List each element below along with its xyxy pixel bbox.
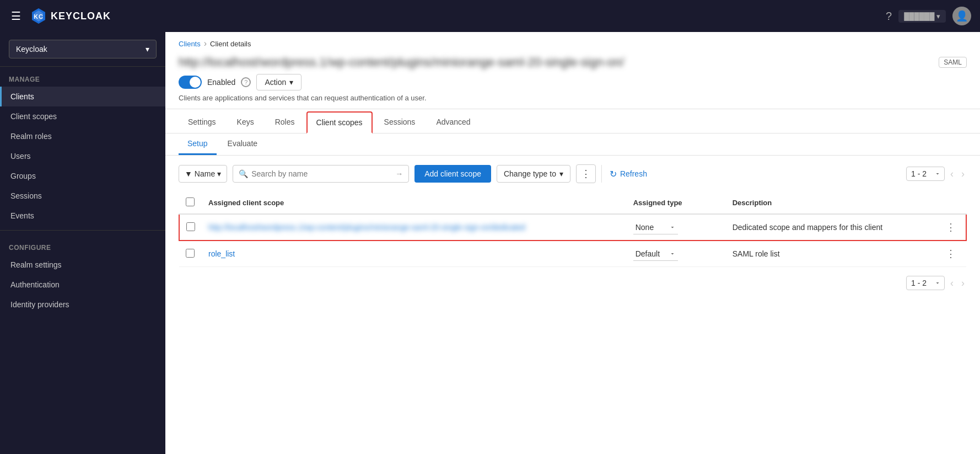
tab-client-scopes[interactable]: Client scopes (306, 111, 373, 133)
client-scopes-table: Assigned client scope Assigned type Desc… (179, 192, 967, 267)
page-header: http://localhost/wordpress.1/wp-content/… (165, 53, 980, 109)
change-type-button[interactable]: Change type to ▾ (497, 165, 570, 183)
sidebar-item-identity-providers[interactable]: Identity providers (0, 295, 165, 314)
main-layout: Keycloak ▾ Manage Clients Client scopes … (0, 32, 980, 454)
bottom-pagination-select[interactable]: 1 - 21 - 101 - 20 (906, 276, 945, 290)
header-actions-col (936, 192, 966, 214)
row2-checkbox[interactable] (186, 249, 195, 258)
row2-description: SAML role list (733, 249, 780, 258)
search-input[interactable] (251, 165, 392, 182)
sidebar-item-sessions[interactable]: Sessions (0, 186, 165, 206)
pagination-prev-button[interactable]: ‹ (948, 167, 956, 181)
sidebar-item-realm-roles[interactable]: Realm roles (0, 126, 165, 146)
tab-keys[interactable]: Keys (228, 111, 263, 133)
svg-text:KC: KC (34, 13, 44, 20)
sidebar-item-realm-settings[interactable]: Realm settings (0, 255, 165, 275)
subtab-evaluate[interactable]: Evaluate (219, 133, 266, 155)
subtab-setup[interactable]: Setup (179, 133, 217, 155)
subtabs-row: Setup Evaluate (165, 133, 980, 156)
sidebar-divider (0, 230, 165, 231)
logo: KC KEYCLOAK (30, 7, 111, 25)
row1-description-cell: Dedicated scope and mappers for this cli… (726, 214, 936, 241)
add-client-scope-button[interactable]: Add client scope (414, 165, 491, 183)
realm-selector: Keycloak ▾ (0, 32, 165, 67)
row1-kebab-button[interactable]: ⋮ (943, 220, 959, 234)
toolbar-divider (601, 165, 602, 183)
content-area: Clients › Client details http://localhos… (165, 32, 980, 454)
filter-label: Name (195, 169, 215, 178)
tab-settings[interactable]: Settings (179, 111, 225, 133)
row2-kebab-button[interactable]: ⋮ (943, 247, 959, 261)
tabs-row: Settings Keys Roles Client scopes Sessio… (165, 111, 980, 133)
sidebar-item-authentication[interactable]: Authentication (0, 275, 165, 295)
toggle-knob (190, 77, 201, 88)
row1-checkbox[interactable] (186, 222, 195, 231)
refresh-button[interactable]: ↻ Refresh (607, 165, 649, 183)
breadcrumb-separator: › (204, 39, 207, 49)
bottom-pagination-prev-button[interactable]: ‹ (948, 276, 956, 290)
sidebar-item-events[interactable]: Events (0, 206, 165, 226)
row1-actions-cell: ⋮ (936, 214, 966, 241)
sidebar-item-client-scopes[interactable]: Client scopes (0, 106, 165, 126)
refresh-label: Refresh (620, 169, 647, 178)
enabled-row: Enabled ? Action ▾ (179, 74, 967, 90)
header-checkbox-col (179, 192, 202, 214)
refresh-icon: ↻ (610, 169, 617, 179)
row2-type-dropdown[interactable]: Default None Optional (633, 247, 678, 261)
row2-scope-name[interactable]: role_list (208, 249, 235, 258)
manage-section-label: Manage (0, 67, 165, 87)
pagination-select[interactable]: 1 - 21 - 101 - 20 (906, 167, 945, 181)
row2-type-cell: Default None Optional (627, 241, 726, 267)
search-arrow-icon[interactable]: → (395, 169, 403, 178)
bottom-pagination: 1 - 21 - 101 - 20 ‹ › (165, 267, 980, 299)
pagination-next-button[interactable]: › (959, 167, 967, 181)
row2-name-cell: role_list (202, 241, 627, 267)
filter-name-button[interactable]: ▼ Name ▾ (179, 165, 227, 183)
row2-actions-cell: ⋮ (936, 241, 966, 267)
row1-name-cell: http://localhost/wordpress.1/wp-content/… (202, 214, 627, 241)
table-container: Assigned client scope Assigned type Desc… (165, 192, 980, 267)
filter-icon: ▼ (185, 169, 192, 178)
chevron-down-icon: ▾ (146, 45, 149, 54)
select-all-checkbox[interactable] (186, 197, 195, 206)
row1-checkbox-cell (179, 214, 202, 241)
enabled-toggle[interactable] (179, 76, 202, 89)
search-icon: 🔍 (239, 169, 248, 178)
enabled-help-icon[interactable]: ? (241, 77, 251, 87)
breadcrumb: Clients › Client details (165, 32, 980, 53)
pagination-control: 1 - 21 - 101 - 20 ‹ › (906, 167, 967, 181)
change-type-dropdown-icon: ▾ (559, 169, 563, 178)
bottom-pagination-next-button[interactable]: › (959, 276, 967, 290)
tab-sessions[interactable]: Sessions (375, 111, 425, 133)
sidebar-item-users[interactable]: Users (0, 146, 165, 166)
help-icon[interactable]: ? (886, 10, 892, 23)
row1-scope-name[interactable]: http://localhost/wordpress.1/wp-content/… (208, 223, 525, 232)
breadcrumb-clients-link[interactable]: Clients (179, 40, 201, 48)
user-info[interactable]: ██████ ▾ (898, 10, 946, 23)
row2-checkbox-cell (179, 241, 202, 267)
saml-badge: SAML (939, 57, 967, 68)
action-dropdown-icon: ▾ (289, 78, 293, 87)
realm-dropdown[interactable]: Keycloak ▾ (9, 40, 157, 58)
row1-type-dropdown[interactable]: None Default Optional (633, 221, 678, 234)
action-label: Action (265, 78, 286, 87)
kebab-menu-button[interactable]: ⋮ (576, 164, 596, 183)
action-button[interactable]: Action ▾ (256, 74, 301, 90)
row2-description-cell: SAML role list (726, 241, 936, 267)
avatar[interactable]: 👤 (952, 7, 971, 25)
tab-advanced[interactable]: Advanced (427, 111, 480, 133)
realm-value: Keycloak (16, 45, 47, 54)
sidebar-item-groups[interactable]: Groups (0, 166, 165, 186)
table-header: Assigned client scope Assigned type Desc… (179, 192, 966, 214)
header-assigned-type: Assigned type (627, 192, 726, 214)
change-type-label: Change type to (504, 169, 556, 178)
breadcrumb-current: Client details (210, 40, 251, 48)
topbar: ☰ KC KEYCLOAK ? ██████ ▾ 👤 (0, 0, 980, 32)
sidebar-item-clients[interactable]: Clients (0, 87, 165, 106)
table-row: http://localhost/wordpress.1/wp-content/… (179, 214, 966, 241)
tab-roles[interactable]: Roles (266, 111, 304, 133)
hamburger-menu-icon[interactable]: ☰ (9, 7, 23, 25)
sidebar: Keycloak ▾ Manage Clients Client scopes … (0, 32, 165, 454)
row1-description: Dedicated scope and mappers for this cli… (733, 223, 882, 232)
enabled-label: Enabled (207, 78, 235, 87)
